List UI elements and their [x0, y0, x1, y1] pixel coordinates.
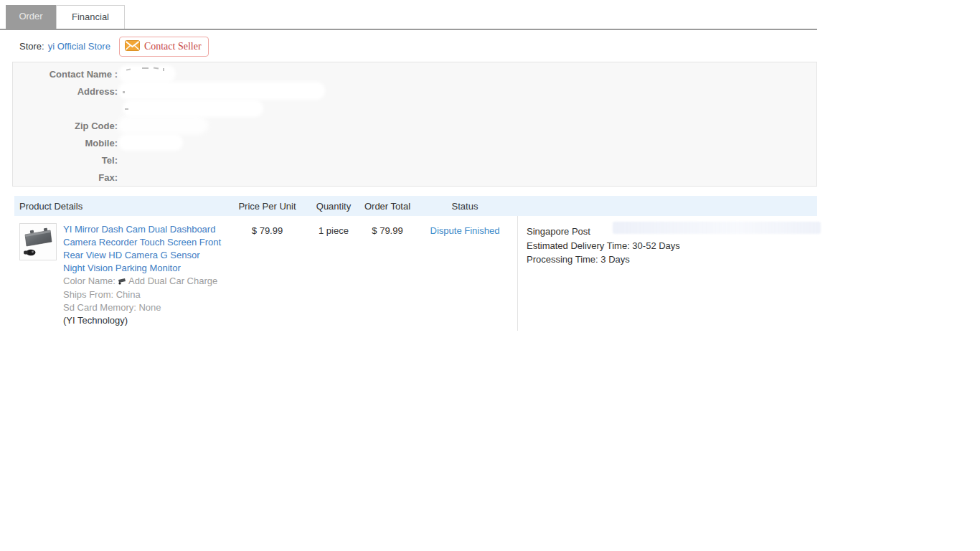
product-title-link[interactable]: YI Mirror Dash Cam Dual Dashboard [63, 223, 227, 236]
fax-label: Fax: [13, 169, 118, 187]
tab-financial[interactable]: Financial [56, 5, 125, 29]
processing-time: Processing Time: 3 Days [527, 253, 817, 267]
redacted-address-line-1 [121, 85, 322, 97]
color-option-mini-icon [117, 276, 127, 287]
product-text-block: YI Mirror Dash Cam Dual Dashboard Camera… [63, 223, 227, 331]
order-items-table: Product Details Price Per Unit Quantity … [14, 196, 817, 331]
header-status: Status [413, 201, 517, 212]
zip-code-label: Zip Code: [13, 118, 118, 135]
header-product-details: Product Details [14, 201, 230, 212]
color-name-attribute: Color Name:Add Dual Car Charge [63, 275, 227, 288]
quantity-cell: 1 piece [305, 216, 362, 331]
brand-name: (YI Technology) [63, 314, 227, 327]
shipping-info-cell: Singapore Post Estimated Delivery Time: … [517, 216, 817, 331]
product-thumbnail[interactable] [19, 223, 57, 260]
header-order-total: Order Total [362, 201, 413, 212]
product-details-cell: YI Mirror Dash Cam Dual Dashboard Camera… [14, 216, 230, 331]
price-per-unit-cell: $ 79.99 [230, 216, 305, 331]
contact-seller-label: Contact Seller [144, 41, 202, 52]
ships-from-attribute: Ships From: China [63, 288, 227, 301]
address-label: Address: [13, 83, 118, 100]
store-name-link[interactable]: yi Official Store [48, 41, 110, 52]
mobile-label: Mobile: [13, 135, 118, 152]
store-bar: Store: yi Official Store Contact Seller [0, 30, 817, 62]
redacted-address-line-2 [126, 103, 260, 114]
product-title-link[interactable]: Night Vision Parking Monitor [63, 262, 227, 275]
header-price-per-unit: Price Per Unit [230, 201, 305, 212]
store-label: Store: [19, 41, 44, 52]
tab-bar: Order Financial [0, 0, 817, 30]
tel-label: Tel: [13, 152, 118, 169]
tab-order[interactable]: Order [6, 5, 56, 29]
estimated-delivery-time: Estimated Delivery Time: 30-52 Days [527, 239, 817, 253]
contact-name-label: Contact Name : [13, 66, 118, 83]
envelope-icon [125, 40, 140, 53]
fax-row: Fax: [13, 169, 816, 187]
redacted-tracking-info [613, 222, 821, 234]
contact-seller-button[interactable]: Contact Seller [119, 37, 209, 57]
order-detail-page: Order Financial Store: yi Official Store… [0, 0, 817, 331]
header-quantity: Quantity [305, 201, 362, 212]
product-title-link[interactable]: Camera Recorder Touch Screen Front [63, 236, 227, 249]
dispute-finished-link[interactable]: Dispute Finished [430, 225, 500, 236]
status-cell: Dispute Finished [413, 216, 517, 331]
product-title-link[interactable]: Rear View HD Camera G Sensor [63, 249, 227, 262]
order-total-cell: $ 79.99 [362, 216, 413, 331]
order-item-row: YI Mirror Dash Cam Dual Dashboard Camera… [14, 216, 817, 331]
contact-info-box: Contact Name : Address: Zip Code: Mobile… [12, 62, 817, 187]
redacted-mobile [121, 137, 180, 148]
tel-row: Tel: [13, 152, 816, 169]
table-header-row: Product Details Price Per Unit Quantity … [14, 196, 817, 216]
sd-card-attribute: Sd Card Memory: None [63, 301, 227, 314]
redacted-zip-code [121, 120, 204, 131]
dash-cam-mirror-image [20, 224, 56, 260]
